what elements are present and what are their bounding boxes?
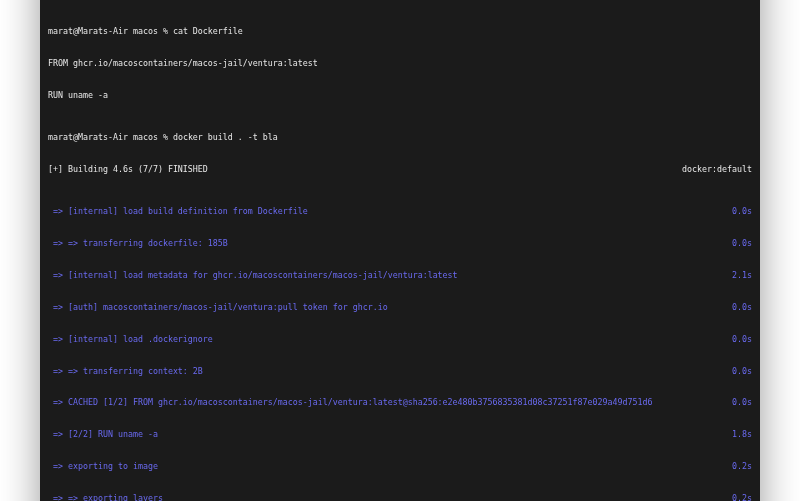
command: cat Dockerfile: [173, 26, 243, 36]
output-line: RUN uname -a: [48, 90, 752, 101]
build-step: => [internal] load .dockerignore0.0s: [48, 334, 752, 345]
terminal-body[interactable]: marat@Marats-Air macos % docker images R…: [40, 0, 760, 501]
build-step: => [internal] load build definition from…: [48, 206, 752, 217]
build-step: => [2/2] RUN uname -a1.8s: [48, 429, 752, 440]
terminal-window: macos — -zsh — 128×35 marat@Marats-Air m…: [40, 0, 760, 501]
build-step: => exporting to image0.2s: [48, 461, 752, 472]
build-step: => => exporting layers0.2s: [48, 493, 752, 501]
build-step: => CACHED [1/2] FROM ghcr.io/macoscontai…: [48, 397, 752, 408]
output-line: FROM ghcr.io/macoscontainers/macos-jail/…: [48, 58, 752, 69]
build-header: [+] Building 4.6s (7/7) FINISHEDdocker:d…: [48, 164, 752, 175]
build-step: => [auth] macoscontainers/macos-jail/ven…: [48, 302, 752, 313]
build-step: => [internal] load metadata for ghcr.io/…: [48, 270, 752, 281]
build-step: => => transferring dockerfile: 185B0.0s: [48, 238, 752, 249]
command: docker build . -t bla: [173, 132, 278, 142]
build-step: => => transferring context: 2B0.0s: [48, 366, 752, 377]
